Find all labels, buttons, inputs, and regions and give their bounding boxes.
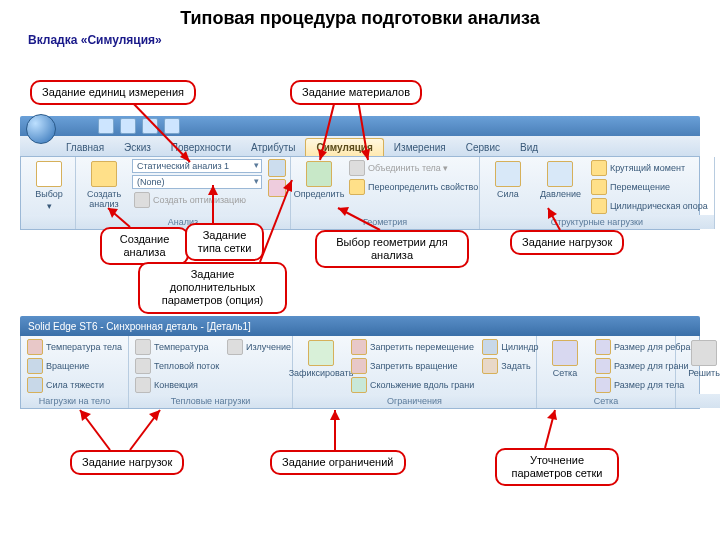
callout-extra: Задание дополнительных параметров (опция…: [138, 262, 287, 314]
svg-line-10: [260, 180, 292, 262]
callout-loads2: Задание нагрузок: [70, 450, 184, 475]
svg-marker-21: [330, 410, 340, 420]
callout-mesh-refine: Уточнение параметров сетки: [495, 448, 619, 486]
svg-line-0: [130, 100, 190, 162]
callout-loads1: Задание нагрузок: [510, 230, 624, 255]
svg-marker-17: [80, 410, 91, 421]
svg-marker-9: [208, 185, 218, 195]
svg-marker-19: [149, 410, 160, 421]
svg-marker-13: [338, 207, 349, 216]
callout-constraints: Задание ограничений: [270, 450, 406, 475]
callout-units: Задание единиц измерения: [30, 80, 196, 105]
callout-geom: Выбор геометрии для анализа: [315, 230, 469, 268]
callout-materials: Задание материалов: [290, 80, 422, 105]
svg-marker-3: [318, 149, 327, 160]
callout-create: Создание анализа: [100, 227, 189, 265]
callout-mesh-type: Задание типа сетки: [185, 223, 264, 261]
